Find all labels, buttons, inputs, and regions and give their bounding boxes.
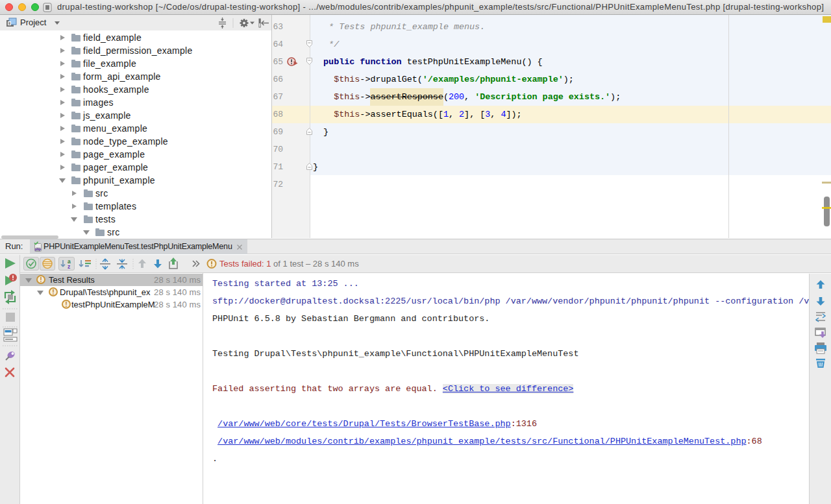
- svg-text:z: z: [68, 263, 70, 270]
- svg-text:php: php: [35, 247, 42, 251]
